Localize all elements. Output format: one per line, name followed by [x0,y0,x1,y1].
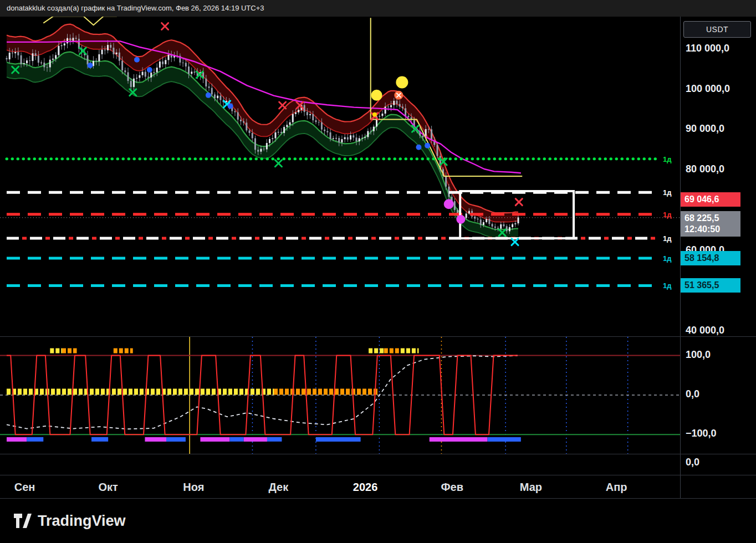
time-label: Дек [253,475,303,499]
oscillator-tick: 0,0 [686,388,699,400]
price-tick: 40 000,0 [686,325,724,336]
time-label: Окт [83,475,133,499]
time-label: Мар [506,475,556,499]
tradingview-logo-icon [13,513,32,529]
svg-text:1д: 1д [663,281,672,290]
sub-indicator-pane[interactable] [0,454,680,475]
pane-separator[interactable] [0,454,756,454]
time-axis[interactable]: СенОктНояДек2026ФевМарАпр [0,475,680,499]
pane-separator[interactable] [0,336,756,337]
time-label: 2026 [340,475,390,499]
main-chart-pane[interactable]: 1д1д1д1д1д1д [0,17,680,337]
price-tick: 110 000,0 [686,43,729,54]
footer: TradingView [0,499,756,543]
sub-pane-tick: 0,0 [686,457,699,468]
price-tick: 80 000,0 [686,163,724,175]
time-label: Фев [427,475,477,499]
currency-toggle-button[interactable]: USDT [683,21,751,38]
svg-text:1д: 1д [663,211,672,219]
time-label: Апр [591,475,641,499]
svg-text:1д: 1д [663,155,672,163]
svg-text:1д: 1д [663,254,672,263]
time-label: Ноя [168,475,218,499]
level-label-2: 51 365,5 [681,278,740,293]
price-tick: 100 000,0 [686,83,730,95]
time-label: Сен [0,475,50,499]
price-scale[interactable]: USDT 110 000,0100 000,090 000,080 000,06… [680,17,756,499]
alert-price-label: 69 046,6 [681,192,740,207]
tradingview-logo[interactable]: TradingView [13,513,126,530]
session-vlines-layer [190,337,627,454]
price-tick: 90 000,0 [686,123,724,135]
svg-text:1д: 1д [663,234,672,243]
bands-layer [7,24,518,239]
time-axis-separator [0,475,756,475]
tradingview-wordmark: TradingView [38,513,126,530]
last-price-label: 68 225,512:40:50 [681,211,740,237]
price-lines-layer: 1д1д1д1д1д1д [0,155,680,290]
share-header-text: donatakkluk создал(а) график на TradingV… [7,4,264,12]
share-header: donatakkluk создал(а) график на TradingV… [0,0,756,17]
oscillator-pane[interactable] [0,337,680,454]
oscillator-tick: −100,0 [686,428,717,439]
level-label-1: 58 154,8 [681,251,740,265]
svg-text:1д: 1д [663,188,672,197]
oscillator-tick: 100,0 [686,349,711,361]
